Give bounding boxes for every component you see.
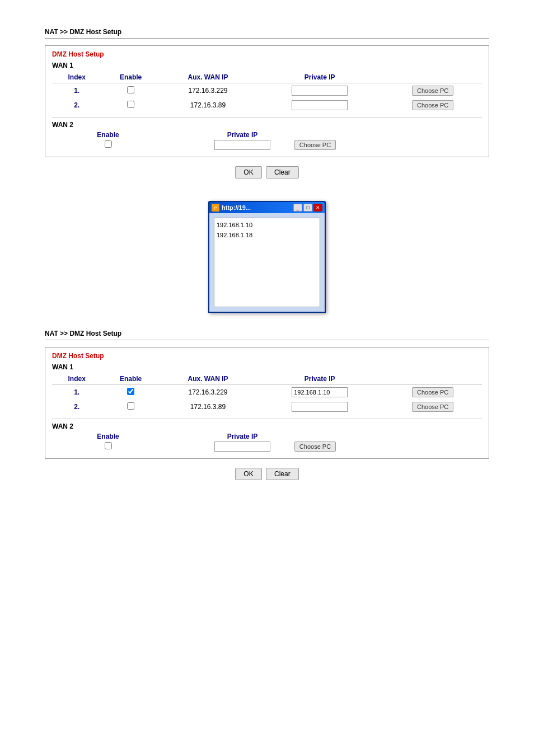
table-row: 2. 172.16.3.89 Choose PC <box>52 98 482 112</box>
top-clear-button[interactable]: Clear <box>266 166 299 179</box>
top-dmz-box: DMZ Host Setup WAN 1 Index Enable Aux. W… <box>45 45 489 157</box>
top-wan2-private-ip-input[interactable] <box>214 140 270 150</box>
b-wan2-choose-pc-button[interactable]: Choose PC <box>294 442 336 452</box>
popup-titlebar: e http://19... _ □ ✕ <box>209 202 325 213</box>
top-wan2-choose-pc-button[interactable]: Choose PC <box>294 140 336 150</box>
bottom-wan1-label: WAN 1 <box>52 363 482 371</box>
b-row1-private-ip-cell[interactable] <box>256 385 383 400</box>
col-private-ip: Private IP <box>256 72 383 83</box>
popup-controls: _ □ ✕ <box>293 204 322 212</box>
bottom-clear-button[interactable]: Clear <box>266 468 299 480</box>
bottom-wan2-private-label: Private IP <box>198 433 287 440</box>
top-wan2-private-label: Private IP <box>198 131 287 139</box>
b-wan2-private-ip-input[interactable] <box>214 442 270 452</box>
top-wan2-checkbox-cell[interactable] <box>86 140 130 149</box>
bottom-wan2-choose-pc-cell[interactable]: Choose PC <box>287 442 343 452</box>
b-row1-choose-pc-cell[interactable]: Choose PC <box>383 385 482 400</box>
top-btn-row: OK Clear <box>45 166 489 179</box>
popup-window: e http://19... _ □ ✕ <box>208 201 326 313</box>
top-wan2-private-ip-cell[interactable] <box>198 140 287 150</box>
b-row2-private-ip-input[interactable] <box>292 402 348 412</box>
b-row2-choose-pc-cell[interactable]: Choose PC <box>383 400 482 414</box>
b-row2-enable-checkbox[interactable] <box>101 400 160 414</box>
popup-list-box[interactable]: 192.168.1.10 192.168.1.18 <box>214 218 320 307</box>
row1-enable-checkbox[interactable] <box>101 83 160 98</box>
bottom-wan2-row: Choose PC <box>52 442 482 452</box>
b-row1-index: 1. <box>52 385 101 400</box>
col-enable: Enable <box>101 72 160 83</box>
b-row2-choose-pc-button[interactable]: Choose PC <box>412 402 453 412</box>
b-row1-private-ip-input[interactable] <box>292 387 348 397</box>
bottom-wan2-label: WAN 2 <box>52 422 482 430</box>
wan2-enable-checkbox[interactable] <box>105 140 112 148</box>
row1-aux-wan-ip: 172.16.3.229 <box>160 83 256 98</box>
bottom-ok-button[interactable]: OK <box>235 468 261 480</box>
col-aux-wan-ip: Aux. WAN IP <box>160 72 256 83</box>
b-col-enable: Enable <box>101 373 160 385</box>
popup-body: 192.168.1.10 192.168.1.18 <box>209 213 325 312</box>
list-item[interactable]: 192.168.1.10 <box>217 220 317 231</box>
row1-choose-pc-cell[interactable]: Choose PC <box>383 83 482 98</box>
bottom-dmz-title: DMZ Host Setup <box>52 352 482 360</box>
row1-private-ip-input[interactable] <box>292 86 348 96</box>
row2-aux-wan-ip: 172.16.3.89 <box>160 98 256 112</box>
row1-choose-pc-button[interactable]: Choose PC <box>412 86 453 96</box>
popup-close-button[interactable]: ✕ <box>313 204 322 212</box>
b-row1-choose-pc-button[interactable]: Choose PC <box>412 387 453 397</box>
b-row1-aux-wan-ip: 172.16.3.229 <box>160 385 256 400</box>
row2-private-ip-input[interactable] <box>292 100 348 110</box>
popup-title-text: http://19... <box>222 204 251 211</box>
row2-choose-pc-button[interactable]: Choose PC <box>412 100 453 110</box>
row1-index: 1. <box>52 83 101 98</box>
row2-index: 2. <box>52 98 101 112</box>
top-ok-button[interactable]: OK <box>235 166 261 179</box>
popup-minimize-button[interactable]: _ <box>293 204 302 212</box>
col-index: Index <box>52 72 101 83</box>
bottom-wan2-enable-label: Enable <box>86 433 130 440</box>
row1-private-ip-cell[interactable] <box>256 83 383 98</box>
row2-private-ip-cell[interactable] <box>256 98 383 112</box>
bottom-breadcrumb: NAT >> DMZ Host Setup <box>45 330 489 337</box>
popup-title-left: e http://19... <box>212 204 251 212</box>
bottom-dmz-box: DMZ Host Setup WAN 1 Index Enable Aux. W… <box>45 347 489 459</box>
top-wan2-enable-label: Enable <box>86 131 130 139</box>
top-wan1-label: WAN 1 <box>52 62 482 69</box>
bottom-wan2-checkbox-cell[interactable] <box>86 442 130 451</box>
list-item[interactable]: 192.168.1.18 <box>217 231 317 241</box>
top-dmz-title: DMZ Host Setup <box>52 50 482 58</box>
b-row2-index: 2. <box>52 400 101 414</box>
b-wan2-enable-checkbox[interactable] <box>105 442 112 449</box>
bottom-wan2-private-ip-cell[interactable] <box>198 442 287 452</box>
popup-restore-button[interactable]: □ <box>303 204 312 212</box>
row2-choose-pc-cell[interactable]: Choose PC <box>383 98 482 112</box>
top-wan2-col-labels: Enable Private IP <box>52 131 482 139</box>
b-col-private-ip: Private IP <box>256 373 383 385</box>
top-wan1-table: Index Enable Aux. WAN IP Private IP 1. 1… <box>52 72 482 112</box>
table-row: 1. 172.16.3.229 Choose PC <box>52 385 482 400</box>
top-wan2-choose-pc-cell[interactable]: Choose PC <box>287 140 343 150</box>
top-wan2-label: WAN 2 <box>52 121 482 129</box>
top-wan2-row: Choose PC <box>52 140 482 150</box>
bottom-wan2-col-labels: Enable Private IP <box>52 433 482 440</box>
bottom-wan1-table: Index Enable Aux. WAN IP Private IP 1. 1… <box>52 373 482 414</box>
row2-enable-checkbox[interactable] <box>101 98 160 112</box>
popup-window-icon: e <box>212 204 219 212</box>
bottom-section: NAT >> DMZ Host Setup DMZ Host Setup WAN… <box>45 330 489 480</box>
b-col-index: Index <box>52 373 101 385</box>
popup-section: e http://19... _ □ ✕ <box>45 201 489 313</box>
b-row2-private-ip-cell[interactable] <box>256 400 383 414</box>
bottom-btn-row: OK Clear <box>45 468 489 480</box>
b-row2-aux-wan-ip: 172.16.3.89 <box>160 400 256 414</box>
b-row1-enable-checkbox[interactable] <box>101 385 160 400</box>
b-col-aux-wan-ip: Aux. WAN IP <box>160 373 256 385</box>
table-row: 1. 172.16.3.229 Choose PC <box>52 83 482 98</box>
top-breadcrumb: NAT >> DMZ Host Setup <box>45 28 489 36</box>
table-row: 2. 172.16.3.89 Choose PC <box>52 400 482 414</box>
